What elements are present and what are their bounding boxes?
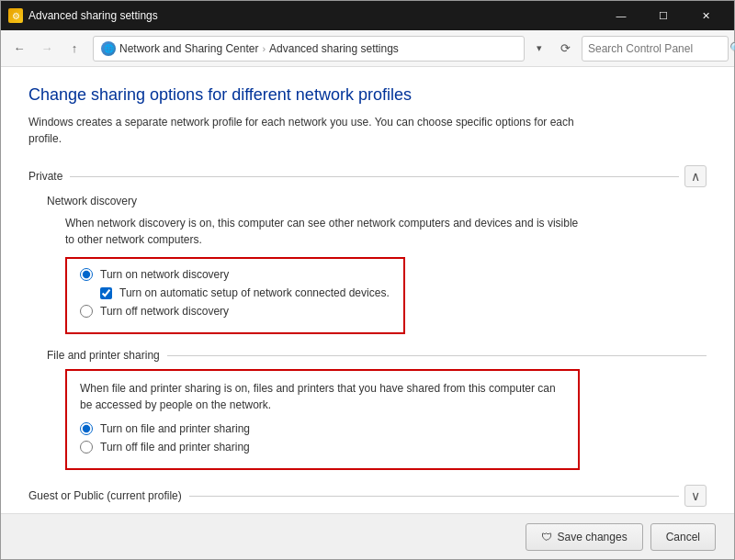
- search-input[interactable]: [588, 42, 726, 55]
- section-private-divider: [70, 176, 679, 177]
- navbar: ← → ↑ 🌐 Network and Sharing Center › Adv…: [1, 30, 734, 67]
- file-sharing-divider: [167, 355, 707, 356]
- radio-turn-off-sharing-label: Turn off file and printer sharing: [100, 441, 250, 454]
- section-private-toggle[interactable]: ∧: [684, 165, 707, 187]
- footer: 🛡 Save changes Cancel: [1, 513, 734, 559]
- window: ⚙ Advanced sharing settings — ☐ ✕ ← → ↑ …: [0, 0, 735, 560]
- titlebar-buttons: — ☐ ✕: [600, 1, 727, 30]
- titlebar: ⚙ Advanced sharing settings — ☐ ✕: [1, 1, 734, 30]
- network-discovery-options: Turn on network discovery Turn on automa…: [65, 257, 405, 334]
- checkbox-auto-setup: Turn on automatic setup of network conne…: [100, 286, 390, 299]
- radio-turn-on-sharing: Turn on file and printer sharing: [80, 422, 565, 435]
- radio-turn-on-discovery-input[interactable]: [80, 268, 93, 281]
- shield-icon: 🛡: [541, 531, 552, 543]
- section-guest-public-title: Guest or Public (current profile): [28, 489, 189, 502]
- radio-turn-on-sharing-label: Turn on file and printer sharing: [100, 422, 250, 435]
- titlebar-title: Advanced sharing settings: [28, 9, 600, 22]
- refresh-button[interactable]: ⟳: [552, 36, 578, 62]
- section-guest-public-toggle[interactable]: ∨: [684, 485, 707, 507]
- subsection-file-sharing: File and printer sharing When file and p…: [47, 349, 707, 470]
- content-area: Change sharing options for different net…: [1, 67, 734, 513]
- address-dropdown-button[interactable]: ▾: [530, 36, 548, 62]
- search-icon: 🔍: [729, 41, 735, 55]
- back-button[interactable]: ←: [6, 36, 32, 62]
- forward-button[interactable]: →: [34, 36, 60, 62]
- file-sharing-title: File and printer sharing: [47, 349, 167, 362]
- section-guest-public-divider: [189, 496, 679, 497]
- checkbox-auto-setup-input[interactable]: [100, 287, 112, 299]
- maximize-button[interactable]: ☐: [642, 1, 684, 30]
- radio-turn-off-discovery: Turn off network discovery: [80, 305, 390, 318]
- section-private-title: Private: [28, 170, 70, 183]
- section-private-header: Private ∧: [28, 165, 707, 187]
- cancel-button[interactable]: Cancel: [650, 523, 716, 551]
- radio-turn-off-sharing: Turn off file and printer sharing: [80, 441, 565, 454]
- network-discovery-description: When network discovery is on, this compu…: [65, 215, 580, 248]
- minimize-button[interactable]: —: [600, 1, 642, 30]
- breadcrumb-separator: ›: [262, 43, 266, 54]
- search-box: 🔍: [582, 36, 729, 62]
- save-button[interactable]: 🛡 Save changes: [526, 523, 643, 551]
- file-sharing-description: When file and printer sharing is on, fil…: [80, 380, 565, 413]
- page-title: Change sharing options for different net…: [28, 85, 707, 105]
- subsection-network-discovery: Network discovery When network discovery…: [47, 195, 707, 334]
- radio-turn-on-discovery-label: Turn on network discovery: [100, 268, 229, 281]
- address-bar: 🌐 Network and Sharing Center › Advanced …: [93, 36, 525, 62]
- breadcrumb: Network and Sharing Center › Advanced sh…: [119, 42, 399, 55]
- page-description: Windows creates a separate network profi…: [28, 114, 598, 147]
- radio-turn-on-discovery: Turn on network discovery: [80, 268, 390, 281]
- file-sharing-options: When file and printer sharing is on, fil…: [65, 369, 580, 470]
- section-private: Private ∧ Network discovery When network…: [28, 165, 707, 470]
- save-button-label: Save changes: [558, 531, 628, 543]
- subsection-network-discovery-title: Network discovery: [47, 195, 707, 207]
- checkbox-auto-setup-label: Turn on automatic setup of network conne…: [119, 286, 390, 299]
- file-sharing-header: File and printer sharing: [47, 349, 707, 362]
- address-icon: 🌐: [101, 41, 116, 56]
- radio-turn-off-sharing-input[interactable]: [80, 441, 93, 454]
- up-button[interactable]: ↑: [62, 36, 87, 62]
- window-icon: ⚙: [8, 8, 23, 23]
- radio-turn-off-discovery-label: Turn off network discovery: [100, 305, 229, 318]
- breadcrumb-home[interactable]: Network and Sharing Center: [119, 42, 258, 55]
- breadcrumb-current: Advanced sharing settings: [269, 42, 399, 55]
- radio-turn-off-discovery-input[interactable]: [80, 305, 93, 318]
- close-button[interactable]: ✕: [684, 1, 727, 30]
- section-guest-public: Guest or Public (current profile) ∨: [28, 485, 707, 507]
- radio-turn-on-sharing-input[interactable]: [80, 422, 93, 435]
- section-guest-public-header: Guest or Public (current profile) ∨: [28, 485, 707, 507]
